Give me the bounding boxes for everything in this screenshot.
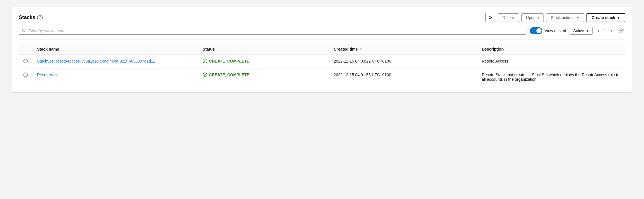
radio-button[interactable] bbox=[23, 59, 28, 63]
svg-line-1 bbox=[25, 31, 26, 32]
stack-name-link[interactable]: ResotoAccess bbox=[37, 72, 62, 77]
row-description-cell: Resoto Stack that creates a StackSet whi… bbox=[477, 69, 625, 86]
status-badge: CREATE_COMPLETE bbox=[203, 72, 325, 77]
create-stack-button[interactable]: Create stack ▼ bbox=[586, 13, 625, 22]
search-icon bbox=[22, 28, 26, 33]
next-page-button[interactable]: › bbox=[609, 27, 614, 34]
col-header-name: Stack name bbox=[32, 44, 198, 55]
page-number: 1 bbox=[602, 28, 608, 33]
stack-actions-arrow-icon: ▼ bbox=[576, 16, 579, 19]
sort-arrow-icon: ▼ bbox=[360, 47, 363, 51]
svg-point-4 bbox=[203, 73, 207, 77]
stack-actions-button[interactable]: Stack actions ▼ bbox=[546, 13, 584, 22]
svg-point-3 bbox=[203, 59, 207, 63]
delete-button[interactable]: Delete bbox=[498, 13, 519, 22]
pagination: ‹ 1 › bbox=[596, 27, 614, 34]
row-created-cell: 2022-12-15 04:03:22 UTC+0100 bbox=[329, 55, 477, 69]
col-header-status: Status bbox=[198, 44, 329, 55]
search-wrapper bbox=[19, 27, 526, 35]
stacks-table: Stack name Status Created time ▼ Descrip… bbox=[19, 44, 625, 86]
col-header-description: Description bbox=[477, 44, 625, 55]
row-select-cell bbox=[19, 69, 32, 86]
refresh-icon: ⟳ bbox=[489, 15, 492, 20]
filter-row: View nested Active ▼ ‹ 1 › bbox=[19, 27, 625, 40]
status-complete-icon bbox=[203, 72, 207, 77]
row-status-cell: CREATE_COMPLETE bbox=[198, 55, 329, 69]
create-stack-arrow-icon: ▼ bbox=[617, 16, 620, 19]
view-nested-toggle[interactable] bbox=[530, 27, 542, 34]
row-status-cell: CREATE_COMPLETE bbox=[198, 69, 329, 86]
search-input[interactable] bbox=[29, 28, 523, 33]
active-filter-arrow-icon: ▼ bbox=[586, 29, 589, 32]
settings-icon bbox=[618, 28, 624, 34]
page-title: Stacks (2) bbox=[19, 14, 43, 20]
header-row: Stacks (2) ⟳ Delete Update Stack actions… bbox=[19, 13, 625, 22]
active-filter-dropdown[interactable]: Active ▼ bbox=[570, 27, 593, 35]
row-name-cell: StackSet-ResotoAccess-353a1c18-5cac-46ca… bbox=[32, 55, 198, 69]
status-complete-icon bbox=[203, 59, 207, 63]
radio-button[interactable] bbox=[23, 72, 28, 77]
col-header-select bbox=[19, 44, 32, 55]
row-name-cell: ResotoAccess bbox=[32, 69, 198, 86]
table-row: StackSet-ResotoAccess-353a1c18-5cac-46ca… bbox=[19, 55, 625, 69]
row-description-cell: Resoto Access bbox=[477, 55, 625, 69]
toggle-track bbox=[530, 27, 542, 34]
table-header-row: Stack name Status Created time ▼ Descrip… bbox=[19, 44, 625, 55]
status-badge: CREATE_COMPLETE bbox=[203, 59, 325, 63]
header-actions: ⟳ Delete Update Stack actions ▼ Create s… bbox=[485, 13, 625, 22]
col-header-created[interactable]: Created time ▼ bbox=[329, 44, 477, 55]
table-row: ResotoAccess CREATE_COMPLETE 2022-12-15 … bbox=[19, 69, 625, 86]
stacks-count: (2) bbox=[37, 14, 43, 20]
update-button[interactable]: Update bbox=[521, 13, 544, 22]
toggle-thumb bbox=[536, 28, 542, 33]
stacks-panel: Stacks (2) ⟳ Delete Update Stack actions… bbox=[12, 7, 632, 93]
view-nested-toggle-wrapper: View nested bbox=[530, 27, 566, 34]
view-nested-label: View nested bbox=[545, 28, 566, 33]
row-created-cell: 2022-12-15 04:01:56 UTC+0100 bbox=[329, 69, 477, 86]
row-select-cell bbox=[19, 55, 32, 69]
refresh-button[interactable]: ⟳ bbox=[485, 13, 495, 22]
svg-point-2 bbox=[621, 30, 622, 31]
settings-button[interactable] bbox=[617, 27, 625, 35]
stack-name-link[interactable]: StackSet-ResotoAccess-353a1c18-5cac-46ca… bbox=[37, 59, 155, 63]
prev-page-button[interactable]: ‹ bbox=[596, 27, 601, 34]
